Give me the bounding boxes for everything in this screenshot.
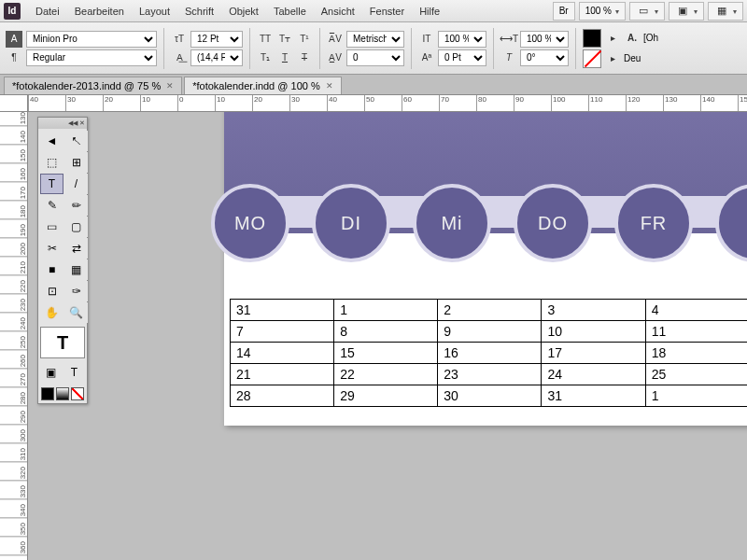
ruler-tick: 220 <box>0 280 27 294</box>
apply-none-button[interactable] <box>71 387 84 400</box>
font-size-dropdown[interactable]: 12 Pt <box>190 31 243 48</box>
apply-color-button[interactable] <box>41 387 54 400</box>
ruler-tick: 360 <box>0 541 27 555</box>
eyedropper-tool[interactable]: ✑ <box>64 281 88 301</box>
font-family-dropdown[interactable]: Minion Pro <box>26 31 157 48</box>
fill-arrow-icon[interactable]: ▸ <box>604 30 621 47</box>
table-row: 3112345 <box>231 300 748 321</box>
allcaps-button[interactable]: TT <box>257 31 274 48</box>
menu-type[interactable]: Schrift <box>177 6 221 17</box>
tracking-dropdown[interactable]: 0 <box>346 49 404 66</box>
workspace: 1301401501601701801902002102202302402502… <box>0 112 747 560</box>
table-row: 141516171819 <box>231 343 748 364</box>
zoom-tool[interactable]: 🔍 <box>64 302 88 323</box>
pen-tool[interactable]: ✎ <box>40 195 63 216</box>
kerning-icon: A̅V <box>327 31 344 48</box>
ruler-tick: 210 <box>0 261 27 275</box>
ruler-tick: 270 <box>0 373 27 387</box>
baseline-dropdown[interactable]: 0 Pt <box>438 49 486 66</box>
gap-tool[interactable]: ⊞ <box>64 152 88 173</box>
gradient-swatch-tool[interactable]: ■ <box>40 259 63 280</box>
document-tab[interactable]: *fotokalender-2013.indd @ 75 %✕ <box>4 77 182 94</box>
strike-button[interactable]: T <box>296 49 313 66</box>
ruler-corner <box>0 95 28 111</box>
ruler-tick: 350 <box>0 523 27 537</box>
day-circle: DI <box>312 184 390 262</box>
ruler-tick: 310 <box>0 448 27 462</box>
font-style-dropdown[interactable]: Regular <box>26 49 157 66</box>
subscript-button[interactable]: T₁ <box>257 49 274 66</box>
close-icon[interactable]: ✕ <box>326 81 333 91</box>
rectangle-tool[interactable]: ▢ <box>64 217 88 237</box>
day-circles-row: MO DI Mi DO FR S <box>211 183 747 263</box>
ruler-tick: 250 <box>0 336 27 350</box>
canvas-area[interactable]: MO DI Mi DO FR S 3112345 789101112 14151… <box>28 112 747 560</box>
horizontal-ruler[interactable]: 4030201001020304050607080901001101201301… <box>0 95 747 112</box>
smallcaps-button[interactable]: Tᴛ <box>276 31 293 48</box>
fill-swatch[interactable] <box>583 29 601 48</box>
ruler-tick: 30 <box>289 95 300 111</box>
menu-edit[interactable]: Bearbeiten <box>67 6 132 17</box>
gradient-feather-tool[interactable]: ▦ <box>64 259 88 280</box>
direct-selection-tool[interactable]: ⭦ <box>64 131 88 151</box>
panel-header[interactable]: ◀◀ ✕ <box>38 118 87 129</box>
vertical-ruler[interactable]: 1301401501601701801902002102202302402502… <box>0 112 28 560</box>
skew-dropdown[interactable]: 0° <box>520 49 569 66</box>
stroke-swatch[interactable] <box>583 49 601 68</box>
zoom-dropdown[interactable]: 100 % <box>579 2 626 21</box>
char-mode-button[interactable]: A <box>6 31 22 48</box>
document-tab[interactable]: *fotokalender.indd @ 100 %✕ <box>184 77 342 94</box>
pencil-tool[interactable]: ✏ <box>64 195 88 216</box>
bridge-button[interactable]: Br <box>553 2 575 21</box>
table-row: 789101112 <box>231 321 748 343</box>
scissors-tool[interactable]: ✂ <box>40 238 63 259</box>
menu-view[interactable]: Ansicht <box>314 6 362 17</box>
font-size-icon: τT <box>171 31 188 48</box>
menu-object[interactable]: Objekt <box>221 6 266 17</box>
line-tool[interactable]: / <box>64 174 88 194</box>
document-page[interactable]: MO DI Mi DO FR S 3112345 789101112 14151… <box>224 112 747 426</box>
fill-stroke-proxy[interactable]: T <box>40 327 85 358</box>
tools-panel[interactable]: ◀◀ ✕ ◄ ⭦ ⬚ ⊞ T / ✎ ✏ ▭ ▢ ✂ ⇄ ■ ▦ ⊡ ✑ ✋ 🔍… <box>37 117 88 404</box>
view-mode-dropdown[interactable]: ▭ <box>629 2 665 21</box>
arrange-dropdown[interactable]: ▦ <box>708 2 743 21</box>
menu-file[interactable]: Datei <box>28 6 67 17</box>
screen-mode-dropdown[interactable]: ▣ <box>669 2 704 21</box>
charstyle-button[interactable]: A. <box>624 30 641 47</box>
rectangle-frame-tool[interactable]: ▭ <box>40 217 63 237</box>
hand-tool[interactable]: ✋ <box>40 302 63 323</box>
stroke-arrow-icon[interactable]: ▸ <box>604 50 621 67</box>
kerning-dropdown[interactable]: Metrisch <box>346 31 404 48</box>
calendar-header: MO DI Mi DO FR S <box>224 112 747 233</box>
calendar-table[interactable]: 3112345 789101112 141516171819 212223242… <box>230 299 747 407</box>
vscale-dropdown[interactable]: 100 % <box>438 31 486 48</box>
ruler-tick: 30 <box>65 95 76 111</box>
type-tool[interactable]: T <box>40 174 63 194</box>
page-tool[interactable]: ⬚ <box>40 152 63 173</box>
close-icon[interactable]: ✕ <box>166 81 174 91</box>
menu-window[interactable]: Fenster <box>362 6 412 17</box>
underline-button[interactable]: T <box>276 49 293 66</box>
menu-help[interactable]: Hilfe <box>412 6 447 17</box>
ruler-tick: 110 <box>588 95 602 111</box>
screen-mode-icon: ▣ <box>675 4 690 19</box>
ruler-tick: 100 <box>551 95 565 111</box>
leading-dropdown[interactable]: (14,4 Pt) <box>190 49 243 66</box>
selection-tool[interactable]: ◄ <box>40 131 63 151</box>
day-circle: FR <box>614 184 693 262</box>
note-tool[interactable]: ⊡ <box>40 281 63 301</box>
ruler-tick: 180 <box>0 205 27 219</box>
superscript-button[interactable]: T¹ <box>296 31 313 48</box>
ruler-tick: 40 <box>327 95 337 111</box>
ruler-tick: 50 <box>364 95 374 111</box>
free-transform-tool[interactable]: ⇄ <box>64 238 88 259</box>
menu-layout[interactable]: Layout <box>132 6 177 17</box>
format-container-button[interactable]: ▣ <box>40 362 62 383</box>
table-row: 212223242526 <box>231 364 748 385</box>
format-text-button[interactable]: T <box>63 362 85 383</box>
ruler-tick: 340 <box>0 504 27 518</box>
menu-table[interactable]: Tabelle <box>266 6 314 17</box>
para-mode-button[interactable]: ¶ <box>6 49 22 66</box>
hscale-dropdown[interactable]: 100 % <box>520 31 569 48</box>
apply-gradient-button[interactable] <box>56 387 69 400</box>
